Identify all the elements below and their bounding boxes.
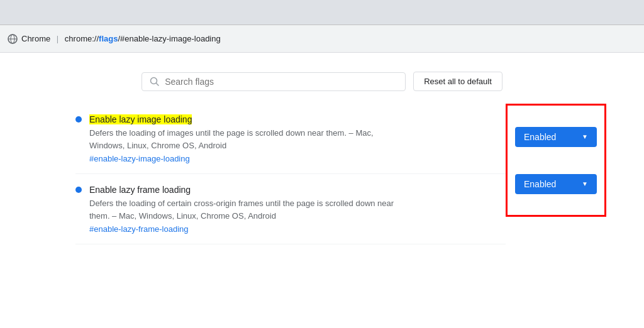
- search-box: [142, 72, 406, 91]
- flag-item-2: Enable lazy frame loading Defers the loa…: [75, 174, 506, 244]
- url-suffix: /#enable-lazy-image-loading: [118, 34, 220, 43]
- flag-item-1: Enable lazy image loading Defers the loa…: [75, 104, 506, 174]
- dropdown-arrow-2: ▼: [582, 180, 588, 187]
- flag-description-1: Defers the loading of images until the p…: [89, 127, 404, 151]
- globe-icon: [8, 34, 18, 44]
- flag-link-1[interactable]: #enable-lazy-image-loading: [89, 154, 506, 163]
- flags-content-area: Enable lazy image loading Defers the loa…: [0, 104, 644, 244]
- flag-dot-1: [75, 116, 82, 123]
- flag-info-2: Enable lazy frame loading Defers the loa…: [89, 184, 506, 234]
- dropdown-label-1: Enabled: [524, 132, 556, 142]
- main-content: Reset all to default Enable lazy image l…: [0, 53, 644, 328]
- flag-info-1: Enable lazy image loading Defers the loa…: [89, 114, 506, 163]
- flags-controls: Enabled ▼ Enabled ▼: [506, 104, 606, 217]
- search-area: Reset all to default: [0, 65, 644, 104]
- dropdown-arrow-1: ▼: [582, 133, 588, 140]
- dropdown-label-2: Enabled: [524, 179, 556, 189]
- address-bar: Chrome | chrome://flags/#enable-lazy-ima…: [0, 25, 644, 53]
- url-part: chrome://: [65, 34, 99, 43]
- app-name: Chrome: [21, 34, 50, 43]
- address-text: Chrome | chrome://flags/#enable-lazy-ima…: [21, 34, 221, 43]
- flag-dropdown-2[interactable]: Enabled ▼: [515, 174, 597, 194]
- flag-title-2: Enable lazy frame loading: [89, 185, 191, 195]
- top-bar: [0, 0, 644, 25]
- separator: |: [54, 34, 61, 43]
- flag-description-2: Defers the loading of certain cross-orig…: [89, 197, 404, 222]
- flag-link-2[interactable]: #enable-lazy-frame-loading: [89, 224, 506, 234]
- flags-items-column: Enable lazy image loading Defers the loa…: [0, 104, 506, 244]
- flag-dot-2: [75, 187, 82, 193]
- search-input[interactable]: [165, 77, 397, 87]
- reset-all-button[interactable]: Reset all to default: [413, 72, 502, 91]
- flag-title-1: Enable lazy image loading: [89, 114, 192, 124]
- url-flags: flags: [99, 34, 118, 43]
- svg-line-4: [157, 83, 159, 85]
- search-icon: [150, 77, 160, 87]
- flag-dropdown-1[interactable]: Enabled ▼: [515, 127, 597, 147]
